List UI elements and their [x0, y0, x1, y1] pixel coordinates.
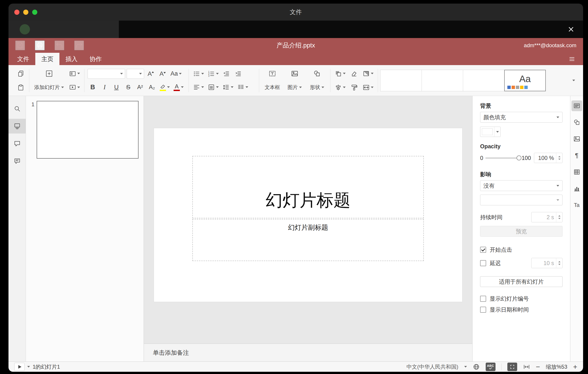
chevron-down-icon[interactable] — [27, 366, 30, 367]
superscript-button[interactable]: A² — [135, 82, 145, 93]
apply-to-all-slides-button[interactable]: 适用于所有幻灯片 — [480, 276, 563, 287]
search-panel-button[interactable] — [9, 101, 26, 116]
show-slide-number-row[interactable]: 显示幻灯片编号 — [480, 295, 563, 302]
font-name-select[interactable] — [88, 69, 125, 79]
change-case-button[interactable]: Aa — [169, 68, 183, 79]
globe-icon[interactable] — [473, 363, 480, 370]
background-fill-select[interactable]: 颜色填充 — [480, 112, 563, 122]
slide-thumbnail[interactable] — [37, 101, 138, 159]
maximize-window-button[interactable] — [32, 10, 37, 15]
decrease-indent-button[interactable] — [221, 68, 232, 79]
decrease-font-button[interactable]: A — [158, 68, 168, 79]
fit-width-icon[interactable] — [523, 363, 530, 370]
slide[interactable]: 幻灯片标题 幻灯片副标题 — [154, 128, 462, 302]
italic-button[interactable]: I — [99, 82, 110, 93]
subscript-button[interactable]: A₂ — [147, 82, 157, 93]
font-size-select[interactable] — [127, 69, 144, 79]
effect-type-select[interactable] — [480, 195, 563, 205]
bold-button[interactable]: B — [88, 82, 98, 93]
minimize-window-button[interactable] — [23, 10, 28, 15]
notes-area[interactable]: 单击添加备注 — [144, 344, 472, 362]
clear-style-button[interactable] — [349, 68, 359, 79]
slides-panel-button[interactable] — [9, 119, 26, 133]
comments-panel-button[interactable] — [9, 136, 26, 151]
fit-slide-button[interactable] — [507, 363, 517, 371]
slide-canvas[interactable]: 幻灯片标题 幻灯片副标题 — [144, 96, 472, 344]
start-on-click-row[interactable]: 开始点击 — [480, 246, 563, 253]
add-slide-button[interactable]: 添加幻灯片 — [32, 68, 66, 93]
theme-slot[interactable] — [421, 70, 463, 91]
title-placeholder[interactable]: 幻灯片标题 — [192, 156, 424, 218]
spellcheck-button[interactable]: ABC — [486, 363, 495, 371]
insert-shape-button[interactable]: 形状 — [307, 68, 327, 93]
insert-textbox-button[interactable]: 文本框 — [262, 68, 282, 93]
spin-up-icon[interactable] — [558, 215, 560, 217]
image-settings-button[interactable] — [571, 133, 582, 144]
strikethrough-button[interactable]: S — [123, 82, 133, 93]
start-slideshow-statusbar-button[interactable] — [14, 363, 25, 371]
preview-button[interactable]: 预览 — [480, 226, 563, 237]
theme-slot[interactable] — [380, 70, 422, 91]
redo-button[interactable] — [74, 41, 84, 50]
columns-button[interactable] — [236, 82, 249, 93]
spin-up-icon[interactable] — [558, 156, 560, 157]
bullets-button[interactable] — [192, 68, 205, 79]
tab-insert[interactable]: 插入 — [59, 53, 84, 65]
font-color-button[interactable]: A — [172, 82, 185, 93]
textart-settings-button[interactable]: Ta — [571, 200, 582, 210]
close-dialog-button[interactable] — [565, 23, 577, 35]
spin-down-icon[interactable] — [558, 218, 560, 219]
numbering-button[interactable]: 123 — [207, 68, 220, 79]
undo-button[interactable] — [54, 41, 64, 50]
table-settings-button[interactable] — [571, 167, 582, 177]
theme-gallery-expand-button[interactable] — [568, 70, 579, 91]
show-slide-number-checkbox[interactable] — [480, 296, 486, 302]
insert-image-button[interactable]: 图片 — [285, 68, 305, 93]
opacity-slider[interactable] — [485, 158, 519, 158]
paragraph-settings-button[interactable]: ¶ — [571, 150, 582, 161]
view-settings-button[interactable] — [567, 53, 577, 65]
background-color-picker[interactable] — [480, 127, 501, 137]
arrange-shape-button[interactable] — [334, 68, 347, 79]
print-button[interactable] — [35, 41, 45, 50]
opacity-slider-knob[interactable] — [516, 155, 521, 160]
increase-indent-button[interactable] — [233, 68, 243, 79]
spin-down-icon[interactable] — [558, 159, 560, 160]
save-button[interactable] — [15, 41, 25, 50]
opacity-input[interactable]: 100 % — [534, 153, 563, 163]
copy-style-button[interactable] — [349, 82, 359, 93]
zoom-in-button[interactable]: + — [573, 363, 577, 370]
tab-collaboration[interactable]: 协作 — [84, 53, 108, 65]
close-window-button[interactable] — [14, 10, 20, 15]
delay-input[interactable]: 10 s — [531, 258, 563, 268]
shape-settings-button[interactable] — [571, 117, 582, 128]
slide-layout-button[interactable] — [68, 68, 81, 79]
copy-button[interactable] — [16, 68, 26, 79]
delay-checkbox[interactable] — [480, 260, 486, 266]
start-slideshow-button[interactable] — [68, 82, 81, 93]
slide-settings-button[interactable] — [571, 100, 582, 111]
show-date-time-row[interactable]: 显示日期和时间 — [480, 306, 563, 313]
highlight-color-button[interactable] — [159, 82, 171, 93]
line-spacing-button[interactable] — [221, 82, 235, 93]
start-on-click-checkbox[interactable] — [480, 247, 486, 253]
vertical-align-button[interactable] — [207, 82, 220, 93]
chart-settings-button[interactable] — [571, 183, 582, 194]
underline-button[interactable]: U — [111, 82, 122, 93]
paste-button[interactable] — [16, 82, 26, 93]
theme-slot-selected[interactable]: Aa — [504, 70, 546, 91]
tab-file[interactable]: 文件 — [11, 53, 35, 65]
show-date-time-checkbox[interactable] — [480, 307, 486, 313]
spin-up-icon[interactable] — [558, 261, 560, 262]
subtitle-placeholder[interactable]: 幻灯片副标题 — [192, 219, 424, 261]
horizontal-align-button[interactable] — [192, 82, 205, 93]
theme-slot[interactable] — [463, 70, 504, 91]
tab-home[interactable]: 主页 — [35, 53, 59, 65]
align-shape-button[interactable] — [334, 82, 347, 93]
chevron-down-icon[interactable] — [464, 366, 467, 367]
slide-size-button[interactable] — [361, 82, 375, 93]
feedback-panel-button[interactable] — [9, 154, 26, 168]
spin-down-icon[interactable] — [558, 264, 560, 265]
duration-input[interactable]: 2 s — [531, 212, 563, 222]
zoom-out-button[interactable]: − — [536, 363, 540, 370]
